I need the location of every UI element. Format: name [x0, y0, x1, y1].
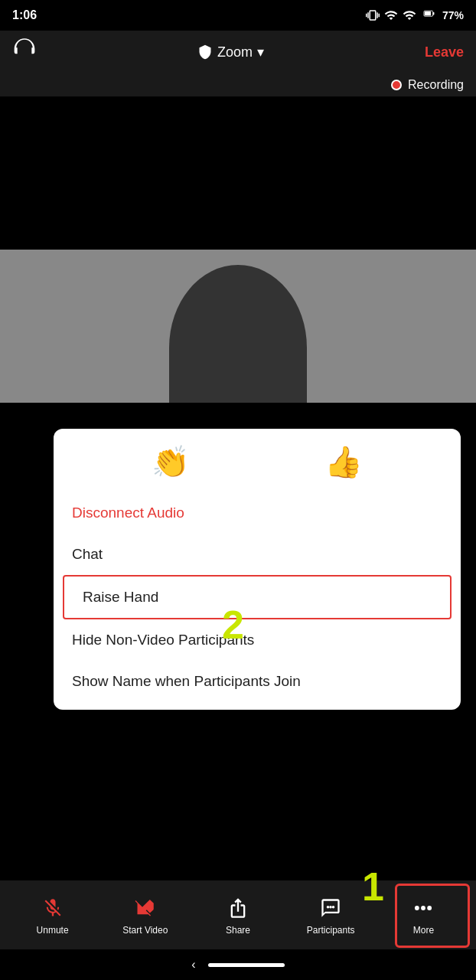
video-gray-bg: [0, 250, 476, 403]
back-chevron-icon[interactable]: ‹: [191, 958, 195, 972]
svg-rect-1: [433, 12, 435, 15]
status-icons: 77%: [366, 8, 464, 22]
chat-item[interactable]: Chat: [54, 534, 461, 575]
popup-emojis: 👏 👍: [54, 444, 461, 492]
disconnect-audio-item[interactable]: Disconnect Audio: [54, 492, 461, 534]
video-muted-icon: [135, 897, 156, 919]
status-bar: 1:06 77%: [0, 0, 476, 31]
app-name-label: Zoom: [217, 44, 253, 60]
signal-icon: [403, 8, 416, 22]
headset-icon-container: [12, 38, 37, 67]
video-black-bg: [0, 96, 476, 250]
share-icon: [227, 894, 249, 922]
show-name-item[interactable]: Show Name when Participants Join: [54, 661, 461, 702]
ellipsis-icon: [412, 897, 434, 919]
participants-label: Participants: [307, 925, 355, 936]
participants-icon: [320, 894, 341, 922]
status-time: 1:06: [12, 8, 37, 22]
more-label: More: [413, 925, 434, 936]
home-pill[interactable]: [208, 963, 285, 967]
shield-icon: [197, 44, 213, 60]
start-video-label: Start Video: [122, 925, 168, 936]
unmute-button[interactable]: Unmute: [6, 894, 99, 936]
svg-point-6: [415, 906, 419, 910]
unmute-icon: [42, 894, 64, 922]
top-bar: Zoom ▾ Leave: [0, 31, 476, 74]
svg-rect-2: [425, 11, 431, 15]
share-upload-icon: [227, 897, 249, 919]
silhouette-body: [169, 265, 307, 403]
bottom-toolbar: Unmute Start Video Share: [0, 880, 476, 949]
nav-bar: ‹: [0, 949, 476, 980]
dropdown-arrow-icon: ▾: [257, 44, 264, 60]
raise-hand-item[interactable]: Raise Hand: [63, 575, 452, 619]
chat-bubble-icon: [320, 897, 341, 919]
clapping-emoji[interactable]: 👏: [152, 444, 190, 480]
leave-button[interactable]: Leave: [425, 44, 464, 60]
popup-menu: 👏 👍 Disconnect Audio Chat Raise Hand Hid…: [54, 429, 461, 710]
svg-point-8: [428, 906, 432, 910]
hide-non-video-item[interactable]: Hide Non-Video Participants: [54, 619, 461, 661]
svg-point-5: [332, 906, 335, 909]
recording-bar: Recording: [0, 74, 476, 96]
vibrate-icon: [366, 8, 380, 22]
video-icon: [135, 894, 156, 922]
recording-label: Recording: [408, 78, 464, 92]
svg-point-3: [327, 906, 330, 909]
recording-dot: [391, 80, 402, 90]
battery-icon: [421, 10, 438, 21]
annotation-number-1: 1: [362, 867, 384, 906]
annotation-number-2: 2: [222, 605, 244, 645]
mic-muted-icon: [42, 897, 64, 919]
share-button[interactable]: Share: [191, 894, 284, 936]
video-area: [0, 96, 476, 403]
svg-point-7: [421, 906, 425, 910]
more-icon: [412, 894, 434, 922]
time-label: 1:06: [12, 8, 37, 22]
svg-point-4: [329, 906, 332, 909]
thumbsup-emoji[interactable]: 👍: [324, 444, 363, 480]
share-label: Share: [226, 925, 250, 936]
headset-icon: [12, 38, 37, 62]
wifi-icon: [384, 8, 398, 22]
more-button[interactable]: More: [377, 894, 470, 936]
battery-label: 77%: [442, 9, 464, 21]
app-title-section[interactable]: Zoom ▾: [197, 44, 264, 60]
start-video-button[interactable]: Start Video: [99, 894, 191, 936]
unmute-label: Unmute: [37, 925, 69, 936]
